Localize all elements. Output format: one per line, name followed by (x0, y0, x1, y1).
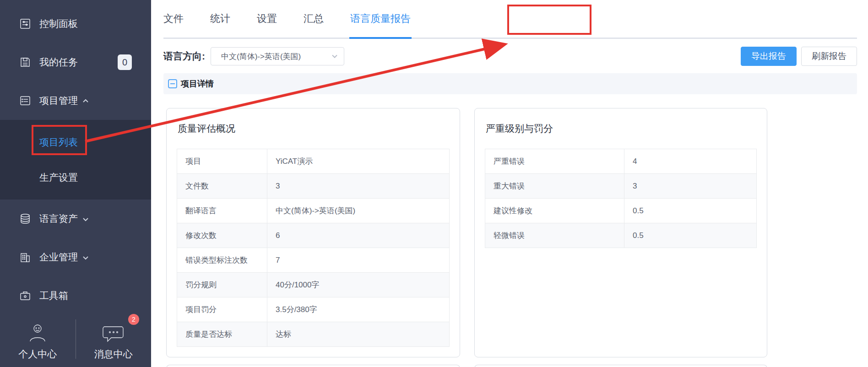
row-label: 修改次数 (177, 223, 267, 248)
active-tab-underline (349, 37, 412, 39)
row-value: 6 (267, 223, 450, 248)
language-direction-select[interactable]: 中文(简体)->英语(美国) (211, 47, 344, 65)
sidebar-item-my-tasks[interactable]: 我的任务 0 (0, 43, 151, 81)
tab-label: 语言质量报告 (350, 12, 411, 26)
quality-overview-table: 项目 YiCAT演示 文件数 3 翻译语言 中文(简体)->英语(美国) 修改次… (177, 149, 450, 347)
export-report-button[interactable]: 导出报告 (741, 47, 797, 66)
table-row: 建议性修改 0.5 (485, 199, 757, 223)
row-value: 3.5分/380字 (267, 297, 450, 322)
table-row: 重大错误 3 (485, 174, 757, 199)
language-direction-value: 中文(简体)->英语(美国) (221, 51, 331, 62)
project-details-section-header: 项目详情 (163, 73, 857, 94)
table-row: 项目 YiCAT演示 (177, 149, 450, 174)
row-label: 建议性修改 (485, 199, 624, 223)
partial-card (474, 365, 767, 367)
sidebar: 控制面板 我的任务 0 项目管理 项目列表 生产设置 语言资产 企业管 (0, 0, 151, 367)
sidebar-item-production-settings[interactable]: 生产设置 (0, 160, 151, 195)
row-label: 质量是否达标 (177, 322, 267, 347)
message-count-badge: 2 (128, 314, 139, 325)
sidebar-item-enterprise-management[interactable]: 企业管理 (0, 238, 151, 276)
language-direction-label: 语言方向: (163, 50, 205, 63)
row-label: 项目 (177, 149, 267, 174)
partial-card (166, 365, 460, 367)
next-cards-row (166, 365, 857, 367)
sidebar-item-dashboard[interactable]: 控制面板 (0, 5, 151, 43)
table-row: 质量是否达标 达标 (177, 322, 450, 347)
tab-bar: 文件 统计 设置 汇总 语言质量报告 (163, 0, 857, 39)
table-row: 严重错误 4 (485, 149, 757, 174)
chevron-up-icon (81, 97, 90, 105)
main-content: 文件 统计 设置 汇总 语言质量报告 语言方向: 中文(简体)->英语(美国) … (151, 0, 868, 367)
row-label: 翻译语言 (177, 199, 267, 223)
row-value: 0.5 (624, 223, 757, 248)
sidebar-item-label: 项目管理 (39, 94, 78, 107)
tab-language-quality-report[interactable]: 语言质量报告 (350, 0, 411, 38)
building-icon (19, 251, 31, 263)
row-label: 重大错误 (485, 174, 624, 199)
row-value: 达标 (267, 322, 450, 347)
card-title: 严重级别与罚分 (486, 122, 757, 135)
severity-penalty-table: 严重错误 4 重大错误 3 建议性修改 0.5 轻微错误 0.5 (485, 149, 757, 248)
collapse-minus-icon[interactable] (168, 79, 177, 88)
row-value: 中文(简体)->英语(美国) (267, 199, 450, 223)
toolbox-icon (19, 290, 31, 302)
personal-center-button[interactable]: 个人中心 (0, 318, 76, 363)
row-label: 项目罚分 (177, 297, 267, 322)
sidebar-item-language-assets[interactable]: 语言资产 (0, 200, 151, 238)
quality-overview-card: 质量评估概况 项目 YiCAT演示 文件数 3 翻译语言 中文(简体)->英语(… (166, 108, 460, 357)
sidebar-item-label: 企业管理 (39, 251, 78, 264)
sidebar-item-label: 语言资产 (39, 212, 78, 225)
tasks-icon (19, 56, 31, 68)
report-cards: 质量评估概况 项目 YiCAT演示 文件数 3 翻译语言 中文(简体)->英语(… (166, 108, 857, 357)
task-count-badge: 0 (118, 54, 132, 70)
footer-item-label: 个人中心 (18, 348, 57, 361)
refresh-report-button[interactable]: 刷新报告 (801, 47, 857, 66)
row-value: 7 (267, 248, 450, 273)
tab-files[interactable]: 文件 (163, 0, 184, 38)
table-row: 文件数 3 (177, 174, 450, 199)
row-value: 4 (624, 149, 757, 174)
row-label: 错误类型标注次数 (177, 248, 267, 273)
tab-summary[interactable]: 汇总 (304, 0, 324, 38)
person-icon (26, 321, 49, 345)
report-toolbar: 语言方向: 中文(简体)->英语(美国) 导出报告 刷新报告 (163, 47, 857, 66)
sidebar-item-label: 工具箱 (39, 289, 68, 302)
table-row: 罚分规则 40分/1000字 (177, 273, 450, 297)
project-management-submenu: 项目列表 生产设置 (0, 120, 151, 200)
sidebar-item-toolbox[interactable]: 工具箱 (0, 276, 151, 315)
row-value: 3 (267, 174, 450, 199)
tab-statistics[interactable]: 统计 (210, 0, 230, 38)
chevron-down-icon (331, 53, 338, 60)
table-row: 修改次数 6 (177, 223, 450, 248)
footer-item-label: 消息中心 (94, 348, 133, 361)
table-row: 项目罚分 3.5分/380字 (177, 297, 450, 322)
sidebar-item-project-management[interactable]: 项目管理 (0, 81, 151, 120)
chevron-down-icon (81, 215, 90, 223)
project-folder-icon (19, 95, 31, 107)
row-label: 罚分规则 (177, 273, 267, 297)
row-value: YiCAT演示 (267, 149, 450, 174)
sidebar-item-label: 控制面板 (39, 17, 78, 30)
sidebar-item-label: 我的任务 (39, 56, 78, 69)
sidebar-item-project-list[interactable]: 项目列表 (0, 124, 151, 160)
chat-bubble-icon (102, 321, 125, 345)
table-row: 错误类型标注次数 7 (177, 248, 450, 273)
database-icon (19, 213, 31, 225)
message-center-button[interactable]: 2 消息中心 (76, 318, 152, 363)
sidebar-footer: 个人中心 2 消息中心 (0, 318, 151, 363)
control-panel-icon (19, 18, 31, 30)
row-label: 严重错误 (485, 149, 624, 174)
row-label: 文件数 (177, 174, 267, 199)
section-title: 项目详情 (181, 78, 214, 89)
card-title: 质量评估概况 (178, 122, 450, 135)
row-value: 3 (624, 174, 757, 199)
table-row: 翻译语言 中文(简体)->英语(美国) (177, 199, 450, 223)
row-value: 40分/1000字 (267, 273, 450, 297)
severity-penalty-card: 严重级别与罚分 严重错误 4 重大错误 3 建议性修改 0.5 轻微错误 0.5 (474, 108, 767, 357)
row-label: 轻微错误 (485, 223, 624, 248)
chevron-down-icon (81, 253, 90, 261)
row-value: 0.5 (624, 199, 757, 223)
table-row: 轻微错误 0.5 (485, 223, 757, 248)
tab-settings[interactable]: 设置 (257, 0, 277, 38)
